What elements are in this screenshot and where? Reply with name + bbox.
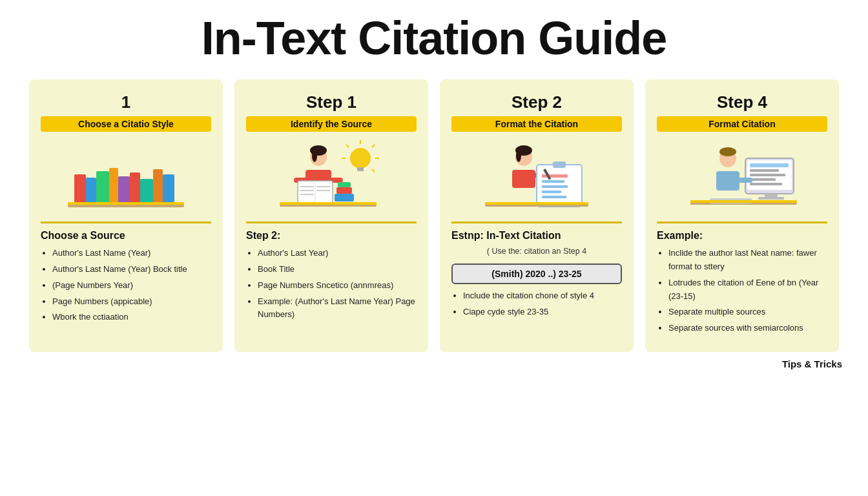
svg-point-62 — [719, 147, 736, 156]
card-3-list: Include the citation chone of style 4 Ci… — [451, 289, 622, 322]
svg-rect-33 — [335, 194, 354, 202]
svg-rect-60 — [758, 197, 784, 200]
svg-rect-7 — [140, 179, 153, 204]
list-item: Page Numbers Sncetico (annmreas) — [258, 279, 417, 293]
card-1-badge: Choose a Citatio Style — [41, 116, 211, 132]
card-1-illustration — [41, 140, 211, 223]
card-2-list: Author's Last Year) Book Title Page Numb… — [246, 247, 417, 324]
card-3-step-number: Step 2 — [512, 92, 562, 112]
svg-rect-48 — [542, 196, 566, 198]
list-item: Page Numbers (appicable) — [52, 295, 211, 309]
svg-rect-8 — [153, 169, 163, 204]
svg-rect-10 — [68, 202, 184, 205]
card-3-badge: Format the Citation — [451, 116, 622, 132]
card-2-step-number: Step 1 — [306, 92, 356, 112]
cards-container: 1 Choose a Citatio Style Choose a S — [19, 79, 849, 352]
svg-rect-58 — [750, 183, 782, 185]
list-item: Example: (Author's Last Name Year) Page … — [258, 295, 417, 322]
card-4-badge: Format Citation — [657, 116, 827, 132]
list-item: Author's Last Name (Year) Bock title — [52, 263, 211, 276]
svg-rect-67 — [690, 200, 797, 203]
card-4: Step 4 Format Citation — [645, 79, 839, 352]
svg-rect-36 — [280, 202, 377, 205]
card-1-step-number: 1 — [121, 92, 130, 112]
card-3: Step 2 Format the Citation — [440, 79, 634, 352]
svg-rect-5 — [118, 176, 130, 204]
card-1-list: Author's Last Name (Year) Author's Last … — [41, 247, 211, 327]
svg-rect-64 — [734, 178, 752, 183]
svg-rect-3 — [96, 171, 109, 204]
footer: Tips & Tricks — [19, 358, 849, 369]
svg-rect-2 — [86, 178, 96, 204]
list-item: Wbork the cctiaation — [52, 311, 211, 324]
list-item: (Page Numbers Year) — [52, 279, 211, 293]
svg-rect-1 — [74, 174, 86, 204]
svg-rect-57 — [750, 178, 776, 181]
list-item: Lotrudes the citation of Eene of bn (Yea… — [668, 276, 827, 304]
svg-rect-44 — [542, 174, 568, 178]
svg-rect-45 — [542, 180, 564, 183]
card-1: 1 Choose a Citatio Style Choose a S — [29, 79, 223, 352]
svg-rect-51 — [485, 202, 588, 205]
svg-rect-6 — [130, 172, 140, 204]
svg-line-16 — [372, 169, 375, 172]
card-2-section-title: Step 2: — [246, 230, 417, 242]
list-item: Book Title — [258, 263, 417, 276]
svg-line-14 — [372, 145, 375, 147]
brand-label: Tips & Tricks — [782, 358, 842, 369]
list-item: Inclide the author last Neat name: fawer… — [668, 247, 827, 274]
list-item: Separate sources with semiarcolons — [668, 322, 827, 335]
svg-rect-12 — [357, 167, 364, 171]
card-4-illustration — [657, 140, 827, 223]
card-4-list: Inclide the author last Neat name: fawer… — [657, 247, 827, 338]
card-2: Step 1 Identify the Source — [234, 79, 428, 352]
card-3-section-title: Estnp: In-Text Citation — [451, 230, 622, 242]
list-item: Separate multiple sources — [668, 305, 827, 319]
svg-rect-35 — [338, 182, 351, 187]
svg-rect-9 — [163, 174, 174, 204]
card-4-step-number: Step 4 — [717, 92, 767, 112]
svg-rect-34 — [336, 187, 352, 194]
card-1-section-title: Choose a Source — [41, 230, 211, 242]
card-2-badge: Identify the Source — [246, 116, 417, 132]
list-item: Author's Last Name (Year) — [52, 247, 211, 260]
svg-point-21 — [312, 149, 317, 162]
card-3-citation-box: (Smith) 2020 ..) 23-25 — [451, 264, 622, 284]
list-item: Author's Last Year) — [258, 247, 417, 260]
card-3-illustration — [451, 140, 622, 223]
list-item: Include the citation chone of style 4 — [463, 289, 622, 303]
svg-point-11 — [350, 148, 371, 169]
svg-rect-46 — [542, 185, 568, 188]
svg-rect-55 — [750, 169, 779, 172]
svg-rect-43 — [553, 161, 566, 168]
card-2-illustration — [246, 140, 417, 223]
svg-line-17 — [346, 145, 349, 147]
page-title: In-Text Citation Guide — [202, 13, 667, 64]
svg-rect-4 — [109, 168, 118, 204]
svg-rect-40 — [512, 170, 535, 188]
svg-rect-47 — [542, 191, 561, 193]
svg-rect-56 — [750, 174, 785, 176]
card-4-section-title: Example: — [657, 230, 827, 242]
svg-rect-54 — [750, 163, 789, 167]
list-item: Ciape cyde style 23-35 — [463, 305, 622, 319]
svg-point-39 — [516, 149, 521, 162]
card-3-intro: ( Use the: citation an Step 4 — [487, 247, 586, 256]
